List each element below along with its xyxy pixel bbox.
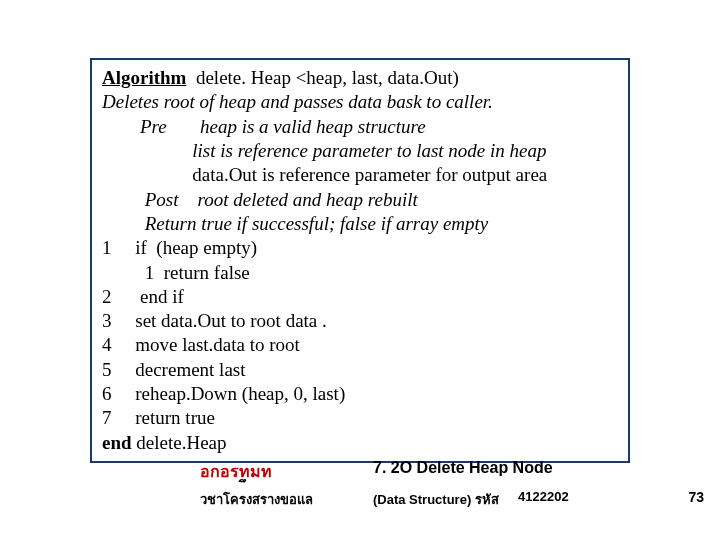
algo-pre2: list is reference parameter to last node… — [102, 139, 618, 163]
line-body: set data.Out to root data . — [112, 310, 327, 331]
lineno: 7 — [102, 407, 112, 428]
lineno: 5 — [102, 359, 112, 380]
algo-line1a: 1 return false — [102, 261, 618, 285]
algo-line6: 6 reheap.Down (heap, 0, last) — [102, 382, 618, 406]
end-kw: end — [102, 432, 132, 453]
page-number: 73 — [688, 489, 704, 505]
algo-line5: 5 decrement last — [102, 358, 618, 382]
algo-line1: 1 if (heap empty) — [102, 236, 618, 260]
line-body: reheap.Down (heap, 0, last) — [112, 383, 346, 404]
algo-title: Algorithm delete. Heap <heap, last, data… — [102, 66, 618, 90]
line-body: end if — [112, 286, 184, 307]
lineno: 1 — [102, 237, 112, 258]
line-body: decrement last — [112, 359, 246, 380]
algo-line4: 4 move last.data to root — [102, 333, 618, 357]
line-body: return true — [112, 407, 215, 428]
algo-post: Post root deleted and heap rebuilt — [102, 188, 618, 212]
line-body: move last.data to root — [112, 334, 300, 355]
lineno: 3 — [102, 310, 112, 331]
footer-code: 4122202 — [518, 489, 569, 504]
algo-desc: Deletes root of heap and passes data bas… — [102, 90, 618, 114]
algo-line2: 2 end if — [102, 285, 618, 309]
footer-left: วชาโครงสรางขอแล — [200, 489, 313, 510]
caption-label: อกอรทมท — [200, 459, 272, 484]
algo-pre1: Pre heap is a valid heap structure — [102, 115, 618, 139]
footer-mid: (Data Structure) รหัส — [373, 489, 499, 510]
lineno: 4 — [102, 334, 112, 355]
algo-return: Return true if successful; false if arra… — [102, 212, 618, 236]
algo-keyword: Algorithm — [102, 67, 186, 88]
caption-title: 7. 2O Delete Heap Node — [373, 459, 553, 477]
algo-title-rest: delete. Heap <heap, last, data.Out) — [186, 67, 458, 88]
post-kw: Post — [145, 189, 179, 210]
algo-end: end delete.Heap — [102, 431, 618, 455]
algo-line3: 3 set data.Out to root data . — [102, 309, 618, 333]
line-body: if (heap empty) — [112, 237, 258, 258]
algo-line7: 7 return true — [102, 406, 618, 430]
pre-txt1: heap is a valid heap structure — [167, 116, 426, 137]
lineno: 6 — [102, 383, 112, 404]
post-rest: root deleted and heap rebuilt — [179, 189, 418, 210]
algorithm-box: Algorithm delete. Heap <heap, last, data… — [90, 58, 630, 463]
algo-pre3: data.Out is reference parameter for outp… — [102, 163, 618, 187]
end-rest: delete.Heap — [132, 432, 227, 453]
pre-kw: Pre — [140, 116, 167, 137]
lineno: 2 — [102, 286, 112, 307]
